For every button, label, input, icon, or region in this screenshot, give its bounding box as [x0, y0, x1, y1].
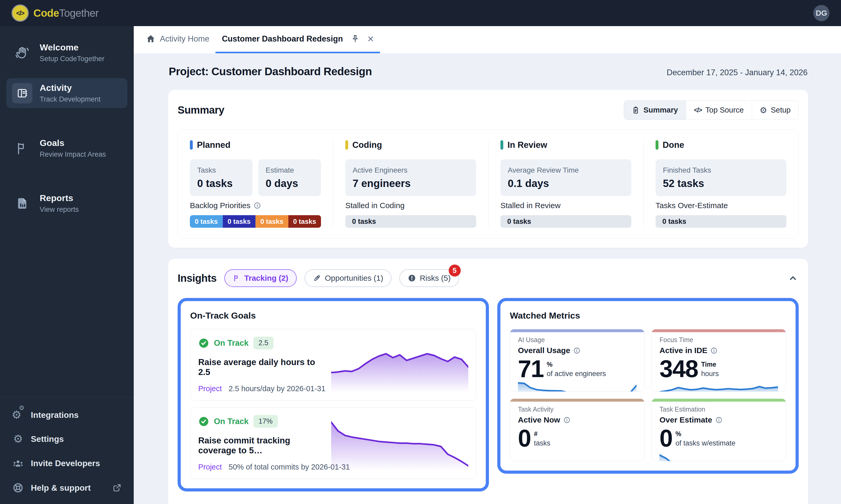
metric-unit-desc: of active engineers — [547, 370, 606, 378]
goal-sparkline-chart — [331, 415, 468, 471]
insights-section: Insights Tracking (2) Opportunities (1) — [168, 259, 808, 504]
goal-value-badge: 17% — [253, 415, 278, 428]
filter-tracking[interactable]: Tracking (2) — [225, 269, 297, 287]
check-circle-icon — [198, 338, 209, 348]
info-icon[interactable] — [715, 416, 722, 424]
clipboard-icon — [632, 106, 640, 114]
view-all-metrics-goals-link[interactable]: View All Metrics and Goals → — [178, 503, 799, 504]
metric-unit: # — [534, 430, 550, 438]
goal-card-commit-coverage[interactable]: On Track 17% Raise commit tracking cover… — [190, 408, 477, 479]
metric-unit: % — [675, 430, 735, 438]
sidebar-item-goals[interactable]: Goals Review Impact Areas — [6, 133, 127, 163]
sidebar-item-subtitle: Setup CodeTogether — [40, 55, 105, 63]
tab-activity-home[interactable]: Activity Home — [140, 26, 215, 53]
metric-sparkline-chart — [518, 379, 637, 392]
metric-category: Task Activity — [518, 406, 637, 413]
goal-card-daily-hours[interactable]: On Track 2.5 Raise average daily hours t… — [190, 329, 477, 401]
top-source-view-button[interactable]: </> Top Source — [686, 101, 752, 120]
tab-customer-dashboard-redesign[interactable]: Customer Dashboard Redesign × — [215, 26, 380, 53]
info-icon[interactable] — [573, 347, 580, 354]
metric-accent-bar — [510, 329, 644, 332]
stat-estimate: Estimate 0 days — [258, 159, 321, 196]
page-content: Project: Customer Dashboard Redesign Dec… — [134, 53, 841, 504]
arrow-right-icon: → — [789, 503, 799, 504]
setup-view-button[interactable]: ⚙ Setup — [752, 101, 799, 120]
info-icon[interactable] — [254, 202, 261, 209]
button-label: Setup — [771, 106, 791, 114]
metric-sparkline-chart — [660, 379, 778, 392]
metric-value: 0 — [660, 429, 672, 448]
sidebar-item-subtitle: Track Development — [40, 95, 101, 103]
stat-value: 52 tasks — [663, 178, 779, 189]
backlog-priorities-bar[interactable]: 0 tasks 0 tasks 0 tasks 0 tasks — [190, 215, 321, 228]
watched-metrics-panel: Watched Metrics AI Usage Overall Usage — [497, 298, 799, 474]
status-color-pill — [656, 140, 659, 150]
on-track-goals-panel: On-Track Goals On Track 2.5 — [178, 298, 489, 491]
sidebar-item-help-support[interactable]: Help & support — [12, 482, 122, 493]
summary-column-in-review: In Review Average Review Time 0.1 days S… — [488, 140, 643, 228]
home-icon — [146, 34, 156, 44]
metric-unit: % — [547, 361, 606, 368]
metric-name: Active in IDE — [660, 346, 707, 355]
sidebar: Welcome Setup CodeTogether Activity Trac… — [0, 26, 134, 504]
metric-value: 0 — [518, 429, 531, 448]
stat-label: Estimate — [266, 166, 314, 175]
people-icon — [12, 457, 24, 469]
goal-sparkline-chart — [331, 337, 468, 393]
external-link-icon — [112, 483, 122, 492]
summary-columns: Planned Tasks 0 tasks Estimate 0 days — [178, 129, 799, 238]
footer-label: Stalled in Coding — [345, 201, 405, 210]
metric-name: Active Now — [518, 415, 560, 424]
metric-tile-focus-time[interactable]: Focus Time Active in IDE 348 — [651, 329, 786, 392]
priority-segment: 0 tasks — [288, 215, 321, 228]
footer-item-label: Integrations — [31, 410, 78, 420]
close-tab-icon[interactable]: × — [368, 33, 374, 44]
flag-icon — [233, 274, 240, 282]
stat-value: 0 tasks — [197, 178, 245, 189]
sidebar-item-title: Goals — [40, 138, 64, 148]
summary-view-button[interactable]: Summary — [624, 101, 685, 120]
metric-tile-ai-usage[interactable]: AI Usage Overall Usage 71 — [510, 329, 645, 392]
filter-risks[interactable]: Risks (5) 5 — [399, 269, 459, 287]
user-avatar[interactable]: DG — [813, 5, 829, 21]
footer-item-label: Help & support — [31, 483, 91, 493]
stat-label: Active Engineers — [353, 166, 469, 175]
stat-label: Average Review Time — [508, 166, 624, 175]
filter-label: Tracking (2) — [244, 274, 288, 283]
stat-value: 0 days — [266, 178, 314, 189]
sidebar-item-settings[interactable]: ⚙ Settings — [12, 433, 122, 445]
filter-opportunities[interactable]: Opportunities (1) — [305, 269, 392, 287]
status-color-pill — [190, 140, 193, 150]
sidebar-item-invite-developers[interactable]: Invite Developers — [12, 457, 122, 469]
status-color-pill — [500, 140, 503, 150]
summary-column-coding: Coding Active Engineers 7 engineers Stal… — [333, 140, 488, 228]
pin-icon[interactable] — [351, 34, 360, 43]
sidebar-item-welcome[interactable]: Welcome Setup CodeTogether — [6, 38, 127, 68]
column-name: Planned — [197, 140, 230, 150]
metric-name: Overall Usage — [518, 346, 570, 355]
metric-category: AI Usage — [518, 336, 637, 344]
sidebar-item-integrations[interactable]: ⚙⚙ Integrations — [12, 410, 122, 420]
goal-scope: Project — [198, 384, 222, 393]
goal-status: On Track — [214, 417, 249, 426]
app-logo[interactable]: </> CodeTogether — [12, 4, 99, 22]
sidebar-item-title: Activity — [40, 83, 72, 93]
date-range: December 17, 2025 - January 14, 2026 — [667, 68, 808, 77]
sidebar-spacer — [0, 174, 134, 188]
sidebar-item-activity[interactable]: Activity Track Development — [6, 78, 127, 108]
metric-accent-bar — [652, 329, 786, 332]
summary-section: Summary Summary </> Top Source ⚙ — [168, 90, 808, 248]
goal-title: Raise commit tracking coverage to 5… — [198, 436, 324, 455]
info-icon[interactable] — [563, 416, 570, 424]
metric-tile-task-activity[interactable]: Task Activity Active Now 0 — [510, 398, 645, 461]
goal-status: On Track — [214, 339, 249, 348]
stat-label: Finished Tasks — [663, 166, 779, 175]
info-icon[interactable] — [711, 347, 717, 354]
goals-panel-title: On-Track Goals — [190, 310, 477, 321]
collapse-section-button[interactable] — [787, 272, 799, 284]
sidebar-item-reports[interactable]: Reports View reports — [6, 188, 127, 218]
sidebar-spacer — [0, 119, 134, 133]
metric-tile-task-estimation[interactable]: Task Estimation Over Estimate 0 — [651, 398, 786, 461]
top-bar: </> CodeTogether DG — [0, 0, 841, 26]
priority-segment: 0 tasks — [223, 215, 256, 228]
